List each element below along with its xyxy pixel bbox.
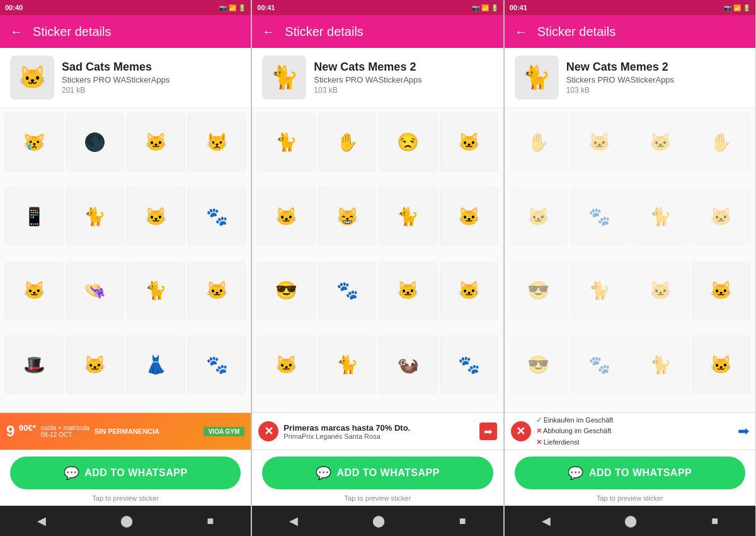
panel-3: 00:41 📷 📶 🔋 ← Sticker details 🐈 New Cats…	[505, 0, 756, 536]
ad-super-1: 90€*	[19, 423, 36, 433]
nav-home-3[interactable]: ⬤	[624, 514, 637, 528]
sticker-cell[interactable]: ✋	[318, 113, 377, 172]
ad-brand-1: VIOA GYM	[203, 427, 245, 436]
sticker-cell[interactable]: 😎	[510, 335, 568, 394]
add-to-whatsapp-button-2[interactable]: 💬 ADD TO WHATSAPP	[262, 457, 493, 489]
sticker-cell[interactable]: ✋	[692, 113, 750, 172]
sticker-cell[interactable]: 🐈	[318, 335, 377, 394]
sticker-cell[interactable]: 😎	[257, 262, 316, 320]
sticker-cell[interactable]: 🐾	[440, 335, 498, 394]
nav-recents-3[interactable]: ■	[711, 515, 718, 528]
sticker-cell[interactable]: 🐱	[440, 113, 498, 172]
nav-home-1[interactable]: ⬤	[120, 514, 133, 528]
sticker-cell[interactable]: ✋	[510, 113, 568, 172]
ad-banner-1[interactable]: 9 90€* cuota + matrícula 08-12 OCT. SIN …	[0, 412, 251, 450]
sticker-cell[interactable]: 🐱	[570, 113, 629, 172]
ad-nav-2[interactable]: ➡	[479, 422, 497, 440]
sticker-cell[interactable]: 🐱	[188, 262, 246, 320]
sticker-cell[interactable]: 🐱	[66, 335, 125, 394]
sticker-cell[interactable]: 🐈	[631, 187, 690, 246]
add-to-whatsapp-button-1[interactable]: 💬 ADD TO WHATSAPP	[10, 457, 241, 489]
sticker-cell[interactable]: 🐱	[127, 113, 185, 172]
sticker-cell[interactable]: 🐈	[570, 262, 629, 320]
thumb-art-2: 🐈	[262, 55, 306, 100]
sticker-cell[interactable]: 👒	[66, 262, 125, 320]
pack-info-3: 🐈 New Cats Memes 2 Stickers PRO WASticke…	[505, 48, 755, 108]
sticker-cell[interactable]: 😒	[379, 113, 437, 172]
panel-1: 00:40 📷 📶 🔋 ← Sticker details 🐱 Sad Cats…	[0, 0, 251, 536]
add-btn-label-3: ADD TO WHATSAPP	[589, 467, 692, 479]
back-button-2[interactable]: ←	[262, 25, 275, 39]
sticker-cell[interactable]: 🐈	[257, 113, 316, 172]
back-button-3[interactable]: ←	[515, 25, 527, 39]
sticker-cell[interactable]: 😾	[188, 113, 246, 172]
nav-back-2[interactable]: ◀	[289, 514, 298, 528]
sticker-cell[interactable]: 🐱	[257, 187, 316, 246]
sticker-cell[interactable]: 🐱	[440, 187, 498, 246]
sticker-cell[interactable]: 🐾	[188, 335, 246, 394]
sticker-cell[interactable]: 🐾	[318, 262, 377, 320]
time-1: 00:40	[5, 4, 23, 11]
pack-author-1: Stickers PRO WAStickerApps	[62, 75, 169, 84]
panel-2: 00:41 📷 📶 🔋 ← Sticker details 🐈 New Cats…	[252, 0, 503, 536]
sticker-cell[interactable]: 👗	[127, 335, 185, 394]
sticker-cell[interactable]: 🐾	[188, 187, 246, 246]
nav-back-3[interactable]: ◀	[542, 514, 551, 528]
sticker-cell[interactable]: 🐱	[127, 187, 185, 246]
ad-banner-3[interactable]: ✕ ✓ Einkaufen im Geschäft ✕ Abholung im …	[505, 412, 755, 450]
add-to-whatsapp-button-3[interactable]: 💬 ADD TO WHATSAPP	[515, 457, 745, 489]
sticker-cell[interactable]: 😸	[318, 187, 377, 246]
sticker-cell[interactable]: 🐈	[66, 187, 125, 246]
sticker-cell[interactable]: 🐱	[692, 187, 750, 246]
sticker-cell[interactable]: 🐱	[257, 335, 316, 394]
nav-recents-2[interactable]: ■	[459, 515, 466, 528]
nav-back-1[interactable]: ◀	[37, 514, 46, 528]
sticker-cell[interactable]: 😎	[510, 262, 568, 320]
nav-home-2[interactable]: ⬤	[372, 514, 385, 528]
sticker-cell-visible[interactable]: 🐱	[692, 335, 750, 394]
sticker-cell[interactable]: 🐱	[631, 262, 690, 320]
add-btn-hint-2: Tap to preview sticker	[252, 492, 503, 506]
ad-x-icon-2: ✕	[258, 421, 278, 441]
sticker-cell[interactable]: 🐈	[379, 187, 437, 246]
sticker-cell[interactable]: 📱	[5, 187, 64, 246]
sticker-cell[interactable]: 🐾	[570, 187, 629, 246]
pack-details-1: Sad Cats Memes Stickers PRO WAStickerApp…	[62, 61, 169, 95]
ad-nav-3[interactable]: ➡	[738, 423, 749, 440]
add-btn-container-1: 💬 ADD TO WHATSAPP	[0, 450, 251, 492]
whatsapp-icon-1: 💬	[64, 465, 80, 481]
thumb-art-3: 🐈	[515, 55, 559, 100]
pack-name-2: New Cats Memes 2	[314, 61, 421, 74]
sticker-cell[interactable]: 🐱	[5, 262, 64, 320]
camera-icon-2: 📷	[472, 4, 479, 11]
sticker-cell[interactable]: 🐈	[127, 262, 185, 320]
sticker-cell[interactable]: 🐈	[631, 335, 690, 394]
sticker-grid-2: 🐈 ✋ 😒 🐱 🐱 😸 🐈 🐱 😎 🐾 🐱 🐱 🐱 🐈 🦦 🐾	[252, 108, 503, 412]
app-bar-1: ← Sticker details	[0, 15, 251, 48]
sticker-cell[interactable]: 🐱	[379, 262, 437, 320]
sticker-cell[interactable]: 😿	[5, 113, 64, 172]
time-2: 00:41	[257, 4, 275, 11]
sticker-cell[interactable]: 🐱	[510, 187, 568, 246]
sticker-cell[interactable]: 🐱	[631, 113, 690, 172]
sticker-cell[interactable]: 🌑	[66, 113, 125, 172]
app-bar-title-1: Sticker details	[33, 25, 112, 39]
sticker-cell[interactable]: 🐱	[692, 262, 750, 320]
sticker-cell[interactable]: 🐾	[570, 335, 629, 394]
nav-recents-1[interactable]: ■	[207, 515, 214, 528]
status-icons-3: 📷 📶 🔋	[724, 4, 750, 11]
add-btn-label-2: ADD TO WHATSAPP	[337, 467, 440, 479]
time-3: 00:41	[510, 4, 527, 11]
ad-x-icon-3: ✕	[511, 421, 531, 441]
status-bar-2: 00:41 📷 📶 🔋	[252, 0, 503, 15]
app-bar-2: ← Sticker details	[252, 15, 503, 48]
sticker-cell[interactable]: 🎩	[5, 335, 64, 394]
add-btn-hint-3: Tap to preview sticker	[505, 492, 755, 506]
camera-icon: 📷	[219, 4, 227, 11]
sticker-cell[interactable]: 🐱	[440, 262, 498, 320]
sticker-cell[interactable]: 🦦	[379, 335, 437, 394]
bottom-nav-1: ◀ ⬤ ■	[0, 506, 251, 536]
back-button-1[interactable]: ←	[10, 25, 23, 39]
signal-icon-3: 📶	[733, 4, 741, 11]
ad-banner-2[interactable]: ✕ Primeras marcas hasta 70% Dto. PrimaPr…	[252, 412, 503, 450]
